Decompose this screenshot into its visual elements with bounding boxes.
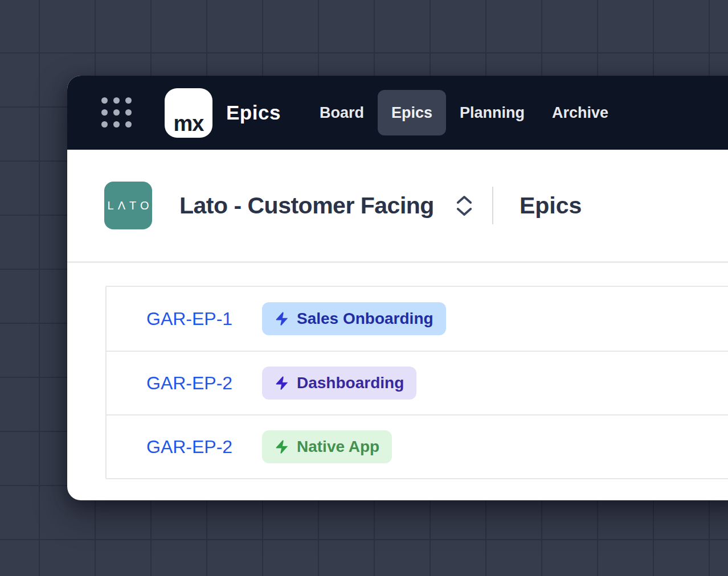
nav-item-epics[interactable]: Epics: [378, 90, 446, 135]
mx-logo-text: mx: [174, 113, 204, 134]
main-nav: Board Epics Planning Archive: [306, 90, 622, 135]
project-logo: LΛTO: [104, 182, 152, 229]
bolt-icon: [275, 376, 289, 390]
epic-row: GAR-EP-1 Sales Onboarding: [107, 287, 728, 351]
bolt-icon: [275, 439, 289, 454]
epic-row: GAR-EP-2 Native App: [107, 414, 728, 478]
epic-id-link[interactable]: GAR-EP-2: [146, 437, 262, 458]
nav-item-planning[interactable]: Planning: [446, 90, 538, 135]
section-title: Epics: [520, 192, 582, 219]
epic-badge[interactable]: Sales Onboarding: [262, 302, 446, 335]
nav-item-archive[interactable]: Archive: [538, 90, 622, 135]
epics-table: GAR-EP-1 Sales Onboarding GAR-EP-2 Dashb…: [105, 286, 728, 479]
desktop-background: { "navbar": { "logo_text": "mx", "brand"…: [0, 0, 728, 576]
project-title: Lato - Customer Facing: [179, 192, 434, 219]
epic-row: GAR-EP-2 Dashboarding: [107, 351, 728, 414]
epic-badge-label: Sales Onboarding: [297, 310, 433, 328]
chevron-up-icon: [456, 195, 473, 204]
epic-badge-label: Native App: [297, 438, 379, 456]
epic-badge[interactable]: Dashboarding: [262, 367, 416, 400]
header-divider: [492, 187, 493, 224]
project-switcher[interactable]: [456, 195, 473, 216]
top-navbar: mx Epics Board Epics Planning Archive: [67, 76, 728, 150]
mx-logo[interactable]: mx: [165, 88, 212, 138]
app-title: Epics: [226, 101, 281, 124]
bolt-icon: [275, 311, 289, 326]
app-window: mx Epics Board Epics Planning Archive LΛ…: [67, 76, 728, 500]
epic-badge-label: Dashboarding: [297, 374, 404, 392]
chevron-down-icon: [456, 207, 473, 216]
content-area: GAR-EP-1 Sales Onboarding GAR-EP-2 Dashb…: [67, 286, 728, 479]
epic-badge[interactable]: Native App: [262, 430, 392, 463]
project-logo-text: LΛTO: [108, 199, 153, 212]
nav-item-board[interactable]: Board: [306, 90, 378, 135]
page-header: LΛTO Lato - Customer Facing Epics: [67, 150, 728, 263]
apps-grid-icon[interactable]: [101, 97, 132, 128]
epic-id-link[interactable]: GAR-EP-2: [146, 373, 262, 394]
epic-id-link[interactable]: GAR-EP-1: [146, 308, 262, 330]
